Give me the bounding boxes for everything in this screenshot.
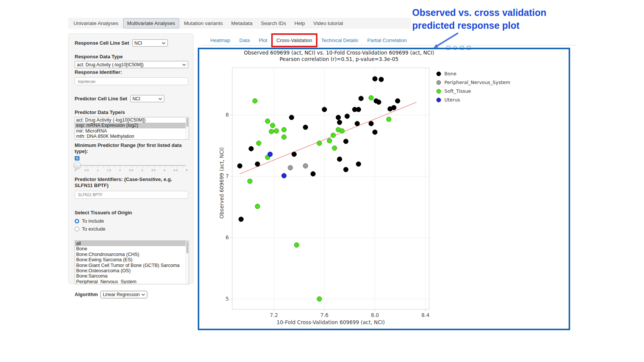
tissue-option-all[interactable]: all: [75, 241, 189, 246]
point-soft-tissue[interactable]: [281, 135, 286, 140]
tab-cross-validation[interactable]: Cross-Validation: [272, 35, 317, 46]
point-bone[interactable]: [369, 121, 374, 126]
point-bone[interactable]: [292, 152, 297, 157]
scrollbar-thumb[interactable]: [186, 118, 188, 127]
point-bone[interactable]: [238, 164, 242, 169]
point-bone[interactable]: [336, 115, 341, 120]
scrollbar[interactable]: [186, 241, 189, 284]
nav-tab-video-tutorial[interactable]: Video tutorial: [309, 19, 347, 28]
slider-handle[interactable]: [73, 162, 81, 169]
point-peripheral-nervous-system[interactable]: [303, 164, 308, 169]
slider-tick-label: 4.5: [174, 169, 178, 172]
point-soft-tissue[interactable]: [255, 204, 260, 209]
tissue-option-bone-ewing-sarcoma-es[interactable]: Bone:Ewing Sarcoma (ES): [75, 257, 189, 262]
point-soft-tissue[interactable]: [265, 119, 270, 124]
point-soft-tissue[interactable]: [327, 138, 332, 143]
point-bone[interactable]: [355, 121, 360, 126]
point-soft-tissue[interactable]: [332, 146, 337, 151]
point-bone[interactable]: [322, 107, 327, 112]
legend-entry-bone[interactable]: Bone: [436, 69, 510, 78]
tissue-option-bone-osteosarcoma-os[interactable]: Bone:Osteosarcoma (OS): [75, 268, 189, 273]
response-identifier-input[interactable]: topotecan: [75, 77, 188, 85]
tissue-option-bone[interactable]: Bone: [75, 246, 189, 251]
point-soft-tissue[interactable]: [340, 128, 345, 133]
legend-entry-uterus[interactable]: Uterus: [436, 95, 510, 104]
point-soft-tissue[interactable]: [274, 128, 279, 133]
min-predictor-range-slider[interactable]: 0 00.511.522.533.544.55: [75, 156, 188, 173]
point-uterus[interactable]: [268, 152, 273, 157]
point-soft-tissue[interactable]: [247, 179, 252, 184]
predictor-data-type-option-mth-dna-850k-methylation[interactable]: mth: DNA 850K Methylation: [75, 134, 189, 139]
point-soft-tissue[interactable]: [331, 133, 336, 138]
point-soft-tissue[interactable]: [317, 296, 322, 301]
point-bone[interactable]: [395, 98, 400, 103]
predictor-data-type-option-exp-mrna-expression-log2[interactable]: exp: mRNA Expression (log2): [75, 123, 189, 128]
radio-to-include[interactable]: To include: [75, 218, 187, 224]
predictor-data-type-option-mir-microrna[interactable]: mir: MicroRNA: [75, 128, 189, 134]
predictor-cell-line-set-select[interactable]: NCI: [130, 95, 164, 102]
nav-tab-search-ids[interactable]: Search IDs: [257, 19, 290, 28]
point-bone[interactable]: [391, 105, 396, 110]
algorithm-select[interactable]: Linear Regression: [100, 291, 147, 298]
point-bone[interactable]: [344, 167, 349, 172]
point-bone[interactable]: [337, 120, 342, 125]
scrollbar-thumb[interactable]: [186, 241, 188, 253]
tab-technical-details[interactable]: Technical Details: [317, 35, 363, 46]
point-bone[interactable]: [239, 217, 244, 222]
point-bone[interactable]: [376, 100, 381, 105]
nav-tab-mutation-variants[interactable]: Mutation variants: [180, 19, 227, 28]
point-soft-tissue[interactable]: [270, 123, 275, 128]
point-soft-tissue[interactable]: [294, 243, 299, 248]
tab-partial-correlation[interactable]: Partial Correlation: [363, 35, 411, 46]
legend-marker-icon: [436, 80, 441, 85]
nav-tab-multivariate-analyses[interactable]: Multivariate Analyses: [123, 18, 180, 28]
point-bone[interactable]: [379, 77, 384, 82]
legend-entry-soft-tissue[interactable]: Soft_Tissue: [436, 87, 510, 95]
point-bone[interactable]: [372, 130, 377, 135]
predictor-data-types-listbox[interactable]: act: Drug Activity (-log10[IC50M])exp: m…: [75, 117, 189, 140]
callout-text: Observed vs. cross validation predicted …: [412, 6, 546, 32]
tab-plot[interactable]: Plot: [254, 35, 272, 46]
point-bone[interactable]: [303, 125, 308, 130]
point-soft-tissue[interactable]: [253, 98, 258, 103]
point-soft-tissue[interactable]: [317, 141, 322, 146]
tab-heatmap[interactable]: Heatmap: [206, 35, 235, 46]
nav-tab-help[interactable]: Help: [291, 19, 309, 28]
point-bone[interactable]: [372, 76, 377, 81]
point-bone[interactable]: [289, 115, 294, 120]
reset-axes-icon[interactable]: [467, 46, 471, 50]
tissue-origin-listbox[interactable]: allBoneBone:Chondrosarcoma (CHS)Bone:Ewi…: [75, 240, 189, 284]
tissue-option-bone-sarcoma[interactable]: Bone:Sarcoma: [75, 273, 189, 279]
predictor-data-type-option-act-drug-activity-log10-ic50m[interactable]: act: Drug Activity (-log10[IC50M]): [75, 117, 189, 123]
sidebar-panel: Response Cell Line Set NCI Response Data…: [68, 33, 194, 284]
tissue-option-bone-giant-cell-tumor-of-bone-gctb-sarcoma[interactable]: Bone:Giant Cell Tumor of Bone (GCTB) Sar…: [75, 263, 189, 268]
point-bone[interactable]: [359, 96, 364, 101]
response-data-type-select[interactable]: act: Drug Activity (-log10[IC50M]): [75, 61, 188, 68]
point-bone[interactable]: [249, 146, 254, 151]
legend-entry-peripheral-nervous-system[interactable]: Peripheral_Nervous_System: [436, 78, 510, 87]
predictor-identifiers-input[interactable]: SLFN11 BPTF: [75, 191, 188, 199]
point-soft-tissue[interactable]: [369, 95, 374, 100]
point-bone[interactable]: [311, 172, 316, 176]
tab-data[interactable]: Data: [235, 35, 254, 46]
point-uterus[interactable]: [281, 173, 286, 178]
point-soft-tissue[interactable]: [269, 129, 274, 134]
point-bone[interactable]: [345, 114, 350, 119]
point-soft-tissue[interactable]: [281, 127, 286, 132]
radio-to-exclude[interactable]: To exclude: [75, 226, 187, 232]
nav-tab-metadata[interactable]: Metadata: [227, 19, 256, 28]
point-bone[interactable]: [337, 157, 342, 162]
point-bone[interactable]: [344, 139, 349, 144]
response-cell-line-set-select[interactable]: NCI: [132, 39, 168, 47]
slider-track[interactable]: [75, 165, 186, 166]
tissue-option-bone-chondrosarcoma-chs[interactable]: Bone:Chondrosarcoma (CHS): [75, 252, 189, 257]
point-bone[interactable]: [356, 107, 361, 112]
point-peripheral-nervous-system[interactable]: [288, 165, 293, 170]
scrollbar[interactable]: [186, 117, 189, 139]
point-bone[interactable]: [356, 162, 361, 167]
tissue-option-peripheral-nervous-system[interactable]: Peripheral_Nervous_System: [75, 279, 189, 284]
nav-tab-univariate-analyses[interactable]: Univariate Analyses: [70, 19, 122, 28]
point-bone[interactable]: [255, 162, 260, 167]
point-soft-tissue[interactable]: [386, 117, 391, 122]
point-soft-tissue[interactable]: [256, 141, 261, 146]
